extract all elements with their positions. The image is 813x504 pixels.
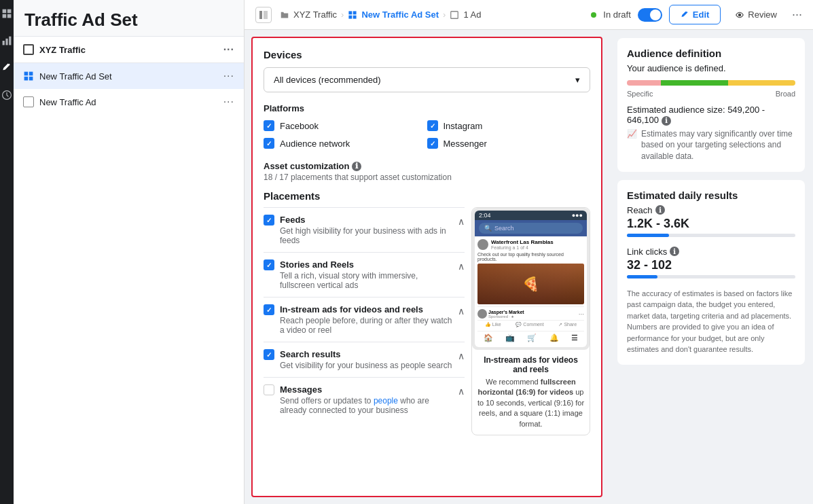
asset-section: Asset customization ℹ 18 / 17 placements… (264, 161, 590, 182)
svg-rect-14 (349, 11, 353, 14)
reach-bar-fill (627, 234, 669, 237)
campaign-folder-icon (280, 10, 289, 20)
platform-audience-network[interactable]: ✓ Audience network (264, 137, 427, 150)
svg-rect-6 (9, 37, 11, 46)
instagram-checkbox[interactable]: ✓ (427, 120, 438, 131)
instream-checkbox[interactable]: ✓ (264, 304, 274, 315)
svg-rect-1 (7, 10, 12, 14)
page-title: Traffic Ad Set (24, 10, 233, 31)
facebook-checkbox[interactable]: ✓ (264, 120, 274, 131)
svg-rect-0 (3, 10, 7, 14)
audience-network-checkbox[interactable]: ✓ (264, 138, 274, 149)
stories-chevron[interactable]: ∧ (458, 261, 465, 272)
campaign-nav-panel: Traffic Ad Set XYZ Traffic ··· New Traff… (14, 0, 245, 504)
nav-adset[interactable]: New Traffic Ad Set ··· (14, 63, 244, 89)
instream-content: In-stream ads for videos and reels Reach… (280, 304, 452, 335)
right-panel: Audience definition Your audience is def… (609, 30, 813, 504)
audience-size-info[interactable]: ℹ (662, 116, 671, 126)
asset-subtitle: 18 / 17 placements that support asset cu… (264, 173, 590, 182)
audience-bar-mid (661, 80, 728, 86)
breadcrumb-adset[interactable]: New Traffic Ad Set (361, 10, 439, 20)
reach-label: Reach ℹ (627, 205, 795, 215)
audience-bar (627, 80, 795, 86)
placement-stories: ✓ Stories and Reels Tell a rich, visual … (264, 252, 465, 297)
devices-dropdown[interactable]: All devices (recommended) ▾ (264, 67, 590, 92)
link-clicks-value: 32 - 102 (627, 258, 795, 272)
review-button[interactable]: Review (727, 5, 785, 24)
placements-section: Placements 2:04 ●●● (264, 190, 590, 422)
ad-dots[interactable]: ··· (223, 96, 234, 108)
audience-network-label: Audience network (280, 139, 350, 149)
search-name: Search results (280, 349, 452, 359)
edit-pencil-icon (681, 11, 689, 19)
svg-rect-16 (349, 15, 353, 18)
more-options-icon[interactable]: ··· (792, 7, 802, 22)
preview-desc: We recommend fullscreen horizontal (16:9… (472, 377, 590, 435)
messages-chevron[interactable]: ∧ (458, 386, 465, 397)
platform-instagram[interactable]: ✓ Instagram (427, 119, 591, 132)
nav-campaign[interactable]: XYZ Traffic ··· (14, 37, 244, 63)
reach-info-icon[interactable]: ℹ (655, 205, 665, 215)
audience-size: Estimated audience size: 549,200 - 646,1… (627, 105, 795, 126)
adset-icon (23, 71, 34, 82)
feeds-chevron[interactable]: ∧ (458, 216, 465, 227)
instagram-label: Instagram (444, 121, 483, 131)
audience-definition-card: Audience definition Your audience is def… (617, 38, 805, 172)
platforms-section: Platforms ✓ Facebook ✓ Instagram ✓ Audie… (264, 103, 590, 150)
feeds-checkbox[interactable]: ✓ (264, 215, 274, 226)
link-clicks-label: Link clicks ℹ (627, 247, 795, 257)
messenger-checkbox[interactable]: ✓ (427, 138, 438, 149)
messenger-label: Messenger (444, 139, 487, 149)
preview-caption: In-stream ads for videos and reels (472, 350, 590, 377)
campaign-dots[interactable]: ··· (223, 43, 234, 56)
breadcrumb-campaign[interactable]: XYZ Traffic (293, 10, 337, 20)
svg-rect-18 (451, 11, 458, 18)
instream-name: In-stream ads for videos and reels (280, 304, 452, 314)
adset-dots[interactable]: ··· (223, 70, 234, 82)
placement-search: ✓ Search results Get visibility for your… (264, 342, 465, 377)
status-label: In draft (603, 10, 630, 20)
form-panel: Devices All devices (recommended) ▾ Plat… (251, 37, 602, 497)
chart-icon[interactable] (0, 34, 14, 48)
stories-checkbox[interactable]: ✓ (264, 259, 274, 270)
topbar: XYZ Traffic › New Traffic Ad Set › 1 Ad … (245, 0, 813, 30)
breadcrumb-adset-icon (348, 10, 357, 20)
panel-toggle-icon[interactable] (255, 7, 272, 23)
nav-ad[interactable]: New Traffic Ad ··· (14, 89, 244, 115)
status-dot (591, 12, 596, 18)
grid-icon[interactable] (0, 7, 14, 20)
search-checkbox[interactable]: ✓ (264, 349, 274, 360)
messages-desc: Send offers or updates to people who are… (280, 396, 452, 415)
devices-value: All devices (recommended) (274, 75, 381, 85)
breadcrumb-ad[interactable]: 1 Ad (463, 10, 481, 20)
edit-button[interactable]: Edit (669, 5, 721, 24)
ad-preview: 2:04 ●●● 🔍 Search (471, 207, 590, 435)
campaign-icon (23, 44, 34, 55)
draft-toggle[interactable] (638, 8, 662, 22)
edit-icon[interactable] (0, 61, 14, 75)
people-link[interactable]: people (374, 396, 398, 406)
stories-content: Stories and Reels Tell a rich, visual st… (280, 259, 452, 290)
messages-checkbox[interactable] (264, 384, 274, 395)
svg-rect-10 (24, 77, 29, 81)
search-chevron[interactable]: ∧ (458, 350, 465, 361)
toggle-knob (650, 10, 661, 20)
daily-results-title: Estimated daily results (627, 190, 795, 201)
feeds-content: Feeds Get high visibility for your busin… (280, 215, 452, 245)
platform-messenger[interactable]: ✓ Messenger (427, 137, 591, 150)
link-clicks-info-icon[interactable]: ℹ (670, 247, 679, 256)
svg-rect-13 (264, 11, 268, 19)
clock-icon[interactable] (0, 88, 14, 102)
link-clicks-bar-fill (627, 275, 657, 278)
ad-label: New Traffic Ad (39, 97, 218, 107)
content-area: Devices All devices (recommended) ▾ Plat… (245, 30, 813, 504)
trend-icon: 📈 (627, 128, 637, 140)
asset-info-icon[interactable]: ℹ (352, 162, 361, 171)
instream-chevron[interactable]: ∧ (458, 306, 465, 317)
audience-defined: Your audience is defined. (627, 63, 795, 73)
link-clicks-bar (627, 275, 795, 278)
svg-rect-15 (353, 11, 357, 14)
svg-rect-5 (5, 39, 7, 46)
platform-facebook[interactable]: ✓ Facebook (264, 119, 427, 132)
reach-bar (627, 234, 795, 237)
